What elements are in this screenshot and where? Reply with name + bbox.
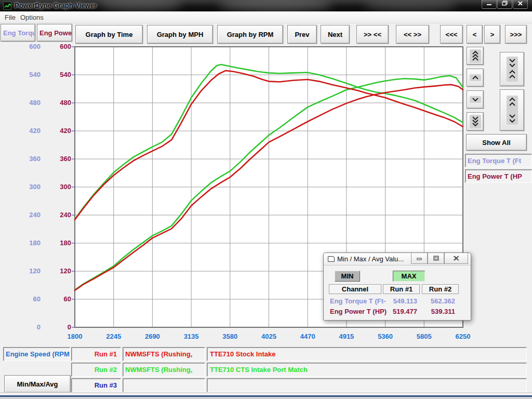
graph-by-mph-button[interactable]: Graph by MPH: [147, 25, 213, 44]
x-channel-box[interactable]: Engine Speed (RPM): [3, 347, 70, 361]
run2-name-field[interactable]: NWMSFTS (Rushing,: [123, 363, 205, 377]
minmax-window-title: Min / Max / Avg Valu...: [337, 255, 404, 263]
up-up-down-down-chevron-icon: [507, 96, 518, 125]
channel-box-power[interactable]: Eng Power T (HP: [465, 169, 532, 183]
show-all-button[interactable]: Show All: [466, 134, 527, 151]
run2-name: NWMSFTS (Rushing,: [125, 366, 192, 374]
menu-file[interactable]: File: [5, 14, 16, 21]
next-button[interactable]: Next: [321, 25, 350, 44]
expand-y-button[interactable]: [500, 89, 524, 131]
y-tick-power-180: 180: [40, 238, 71, 248]
run1-label: Run #1: [95, 350, 117, 358]
y-tick-power-60: 60: [40, 295, 71, 304]
x-channel-label: Engine Speed (RPM): [6, 350, 70, 358]
channel-power-label: Eng Power T (HP: [468, 172, 522, 180]
run3-name-field[interactable]: [123, 378, 205, 392]
x-tick-2690: 2690: [136, 332, 168, 341]
minmax-row-power-run1: 519.477: [383, 307, 417, 316]
torque-axis-button[interactable]: Eng Torque T (Ft-: [1, 24, 35, 42]
run1-name-field[interactable]: NWMSFTS (Rushing,: [123, 347, 205, 361]
graph-by-rpm-button[interactable]: Graph by RPM: [217, 25, 283, 44]
compress-y-button[interactable]: [500, 52, 524, 86]
x-tick-2245: 2245: [98, 332, 130, 341]
run3-label-box: Run #3: [71, 378, 121, 392]
minmax-maximize-icon[interactable]: [428, 253, 444, 264]
y-tick-power-480: 480: [40, 98, 71, 108]
down-down-up-up-chevron-icon: [507, 57, 518, 82]
y-tick-power-300: 300: [40, 182, 71, 192]
window-title: PowerDyne Graph Viewer: [15, 2, 97, 9]
run2-desc-field[interactable]: TTE710 CTS Intake Port Match: [207, 363, 527, 377]
run1-name: NWMSFTS (Rushing,: [125, 350, 192, 358]
y-tick-torque-300: 300: [9, 182, 41, 192]
minmax-close-icon[interactable]: [444, 253, 468, 264]
triple-up-chevron-icon: [470, 49, 481, 63]
run1-desc: TTE710 Stock Intake: [210, 350, 275, 358]
scroll-top-button[interactable]: [467, 47, 484, 65]
minmax-header-run1[interactable]: Run #1: [383, 284, 420, 294]
channel-torque-label: Eng Torque T (Ft: [468, 157, 521, 165]
header-run1-label: Run #1: [390, 285, 413, 293]
min-button[interactable]: MIN: [335, 271, 360, 282]
graph-by-time-button[interactable]: Graph by Time: [75, 25, 143, 44]
minmax-minimize-icon[interactable]: [411, 253, 428, 264]
y-tick-power-0: 0: [40, 323, 71, 332]
y-tick-torque-60: 60: [9, 295, 41, 304]
pan-far-left-button[interactable]: <<<: [440, 25, 463, 44]
minmax-header-run2[interactable]: Run #2: [422, 284, 459, 294]
minmax-title-bar[interactable]: Min / Max / Avg Valu...: [324, 253, 471, 265]
y-tick-torque-120: 120: [9, 267, 41, 276]
y-tick-power-360: 360: [40, 154, 71, 164]
channel-box-torque[interactable]: Eng Torque T (Ft: [465, 154, 532, 167]
header-channel-label: Channel: [342, 285, 368, 293]
maximize-icon[interactable]: [497, 0, 512, 9]
run2-label-box: Run #2: [71, 363, 121, 377]
minmax-avg-button[interactable]: Min/Max/Avg: [4, 375, 71, 393]
run2-desc: TTE710 CTS Intake Port Match: [210, 366, 308, 374]
show-all-label: Show All: [482, 139, 510, 147]
x-tick-3580: 3580: [214, 332, 246, 341]
y-tick-torque-600: 600: [9, 42, 41, 51]
down-chevron-icon: [470, 96, 481, 103]
minimize-icon[interactable]: [482, 0, 497, 9]
triple-down-chevron-icon: [470, 115, 481, 128]
y-tick-power-240: 240: [40, 210, 71, 220]
y-tick-torque-0: 0: [9, 323, 41, 332]
x-tick-4025: 4025: [253, 332, 285, 341]
minmax-window-icon: [328, 256, 335, 262]
pan-left-button[interactable]: <: [467, 25, 483, 44]
pan-far-right-button[interactable]: >>>: [505, 25, 527, 44]
prev-button[interactable]: Prev: [287, 25, 317, 44]
minmax-avg-label: Min/Max/Avg: [17, 380, 58, 388]
y-tick-torque-360: 360: [9, 154, 41, 164]
run1-desc-field[interactable]: TTE710 Stock Intake: [207, 347, 527, 361]
y-tick-torque-540: 540: [9, 70, 41, 79]
glass-reflection: [99, 0, 182, 11]
scroll-down-button[interactable]: [467, 90, 484, 109]
y-tick-torque-420: 420: [9, 126, 41, 136]
scroll-bottom-button[interactable]: [467, 112, 484, 131]
minmax-header-channel[interactable]: Channel: [329, 284, 381, 294]
x-tick-3135: 3135: [175, 332, 207, 341]
minmax-row-torque-run2: 562.362: [422, 297, 455, 305]
glass-reflection: [364, 0, 457, 11]
expand-x-button[interactable]: << >>: [396, 25, 429, 44]
app-window: PowerDyne Graph Viewer File Options Eng …: [0, 0, 532, 399]
x-tick-5360: 5360: [369, 332, 402, 341]
run3-desc-field[interactable]: [207, 378, 527, 392]
menu-options[interactable]: Options: [20, 14, 44, 21]
torque-axis-label: Eng Torque T (Ft-: [3, 29, 35, 37]
y-tick-torque-180: 180: [9, 238, 41, 248]
run3-label: Run #3: [95, 381, 117, 389]
x-tick-1800: 1800: [59, 332, 91, 341]
app-icon: [3, 2, 11, 10]
min-button-label: MIN: [341, 272, 354, 280]
max-button[interactable]: MAX: [393, 271, 425, 282]
close-icon[interactable]: [513, 0, 528, 9]
y-tick-power-420: 420: [40, 126, 71, 136]
power-axis-button[interactable]: Eng Power T (HP): [37, 24, 72, 42]
pan-right-button[interactable]: >: [484, 25, 500, 44]
scroll-up-button[interactable]: [467, 69, 484, 87]
title-bar[interactable]: PowerDyne Graph Viewer: [0, 0, 532, 11]
compress-x-button[interactable]: >> <<: [356, 25, 389, 44]
